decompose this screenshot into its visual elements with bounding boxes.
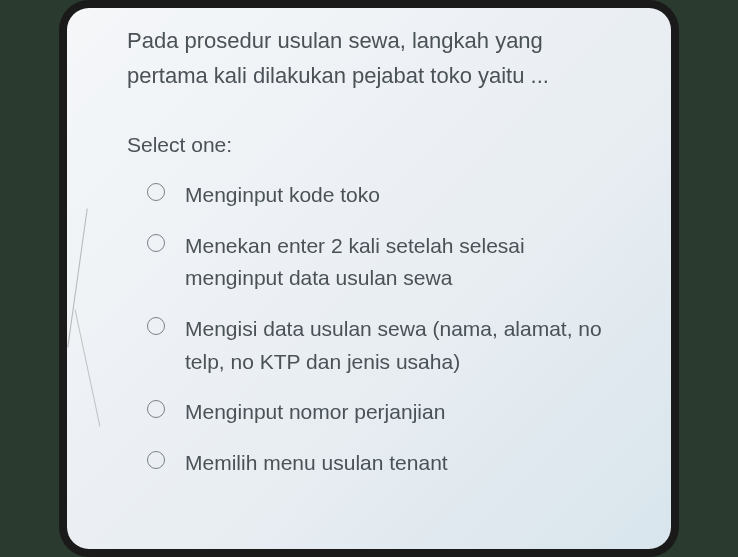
phone-screen: Pada prosedur usulan sewa, langkah yang … bbox=[67, 8, 671, 549]
option-row[interactable]: Menginput kode toko bbox=[147, 179, 611, 212]
radio-icon[interactable] bbox=[147, 317, 165, 335]
radio-icon[interactable] bbox=[147, 234, 165, 252]
select-one-label: Select one: bbox=[127, 133, 611, 157]
option-text: Menginput nomor perjanjian bbox=[185, 396, 445, 429]
screen-crack bbox=[75, 309, 101, 427]
option-row[interactable]: Memilih menu usulan tenant bbox=[147, 447, 611, 480]
phone-frame: Pada prosedur usulan sewa, langkah yang … bbox=[59, 0, 679, 557]
option-row[interactable]: Mengisi data usulan sewa (nama, alamat, … bbox=[147, 313, 611, 378]
options-container: Menginput kode toko Menekan enter 2 kali… bbox=[127, 179, 611, 479]
option-text: Menginput kode toko bbox=[185, 179, 380, 212]
option-text: Memilih menu usulan tenant bbox=[185, 447, 448, 480]
question-text: Pada prosedur usulan sewa, langkah yang … bbox=[127, 23, 611, 93]
radio-icon[interactable] bbox=[147, 451, 165, 469]
option-text: Mengisi data usulan sewa (nama, alamat, … bbox=[185, 313, 611, 378]
radio-icon[interactable] bbox=[147, 183, 165, 201]
option-row[interactable]: Menginput nomor perjanjian bbox=[147, 396, 611, 429]
option-text: Menekan enter 2 kali setelah selesai men… bbox=[185, 230, 611, 295]
option-row[interactable]: Menekan enter 2 kali setelah selesai men… bbox=[147, 230, 611, 295]
radio-icon[interactable] bbox=[147, 400, 165, 418]
